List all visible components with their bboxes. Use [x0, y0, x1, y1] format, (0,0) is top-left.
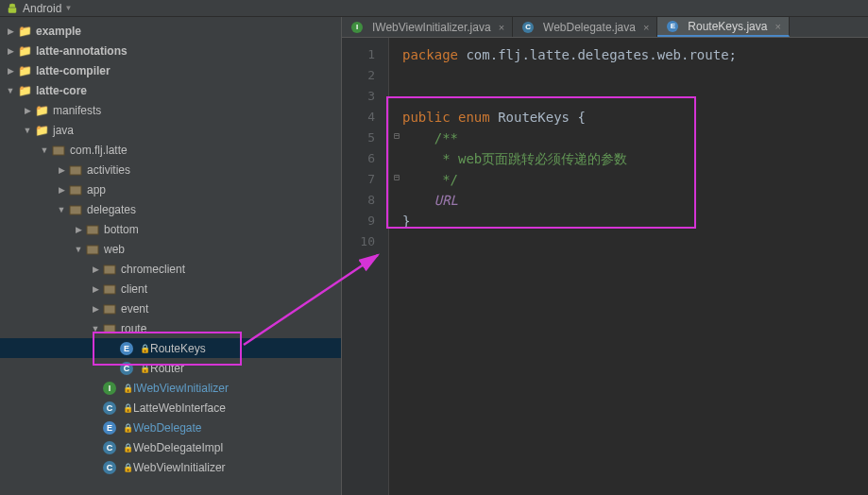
expand-arrow-icon[interactable]: ▶: [91, 265, 100, 274]
expand-arrow-icon[interactable]: ▶: [57, 165, 66, 175]
tree-item-routekeys[interactable]: ▶ E🔒 RouteKeys: [0, 338, 341, 358]
close-icon[interactable]: ×: [774, 21, 780, 32]
svg-rect-1: [70, 166, 81, 175]
line-number: 8: [342, 193, 388, 213]
tree-label: bottom: [104, 223, 139, 236]
tree-label: route: [121, 322, 146, 335]
chevron-down-icon: ▼: [64, 4, 72, 12]
package-icon: [102, 282, 117, 297]
package-icon: [102, 262, 117, 277]
line-number: 10: [342, 234, 388, 255]
tree-label: WebDelegateImpl: [133, 441, 223, 454]
tab-routekeys[interactable]: E RouteKeys.java ×: [657, 17, 789, 37]
code-token: */: [434, 172, 458, 187]
collapse-arrow-icon[interactable]: ▼: [74, 245, 83, 254]
collapse-arrow-icon[interactable]: ▼: [91, 324, 100, 333]
collapse-arrow-icon[interactable]: ▼: [23, 126, 32, 135]
expand-arrow-icon[interactable]: ▶: [57, 185, 66, 195]
code-token: package: [402, 47, 466, 62]
expand-arrow-icon[interactable]: ▶: [6, 46, 15, 56]
expand-arrow-icon[interactable]: ▶: [6, 66, 15, 76]
tree-item-router[interactable]: ▶ C🔒 Router: [0, 358, 341, 378]
tree-label: manifests: [53, 104, 101, 117]
project-tree[interactable]: ▶ 📁 example ▶ 📁 latte-annotations ▶ 📁 la…: [0, 17, 342, 495]
class-icon: C: [102, 440, 117, 455]
tree-label: example: [36, 25, 81, 38]
tree-item-event[interactable]: ▶ event: [0, 299, 341, 318]
close-icon[interactable]: ×: [643, 22, 649, 33]
lock-icon: 🔒: [123, 423, 133, 433]
package-icon: [68, 202, 83, 217]
folder-icon: 📁: [34, 123, 49, 138]
folder-icon: 📁: [17, 43, 32, 59]
tree-label: event: [121, 302, 148, 316]
tree-item-manifests[interactable]: ▶ 📁 manifests: [0, 100, 341, 120]
enum-icon: E: [665, 19, 680, 34]
tab-label: IWebViewInitializer.java: [372, 21, 491, 34]
tree-item-webviewinitializer[interactable]: ▶ C🔒 WebViewInitializer: [0, 457, 341, 477]
expand-arrow-icon[interactable]: ▶: [91, 304, 100, 314]
tree-item-web[interactable]: ▼ web: [0, 239, 341, 259]
code-token: RouteKeys {: [498, 110, 586, 125]
code-token: /**: [434, 130, 458, 145]
tree-item-activities[interactable]: ▶ activities: [0, 160, 341, 179]
tree-item-webdelegate[interactable]: ▶ E🔒 WebDelegate: [0, 418, 341, 437]
tree-label: latte-annotations: [36, 44, 128, 58]
tree-label: WebViewInitializer: [133, 461, 226, 474]
collapse-arrow-icon[interactable]: ▼: [6, 86, 15, 95]
package-icon: [68, 162, 83, 178]
svg-rect-5: [87, 246, 98, 254]
package-icon: [102, 301, 117, 316]
tree-label: chromeclient: [121, 263, 185, 276]
line-number: 4: [342, 110, 388, 130]
lock-icon: 🔒: [123, 384, 133, 393]
tree-item-app[interactable]: ▶ app: [0, 179, 341, 199]
line-number: 5: [342, 130, 388, 151]
tree-item-latte-compiler[interactable]: ▶ 📁 latte-compiler: [0, 60, 341, 80]
svg-rect-4: [87, 226, 98, 234]
tree-item-route[interactable]: ▼ route: [0, 318, 341, 338]
lock-icon: 🔒: [140, 344, 150, 353]
tree-label: Router: [150, 362, 184, 375]
tree-label: RouteKeys: [150, 342, 206, 355]
tree-item-iwebviewinitializer[interactable]: ▶ I🔒 IWebViewInitializer: [0, 378, 341, 398]
class-icon: C: [102, 460, 117, 475]
tree-item-client[interactable]: ▶ client: [0, 279, 341, 299]
folder-icon: 📁: [17, 83, 32, 98]
interface-icon: I: [349, 20, 365, 35]
class-icon: C: [119, 361, 134, 376]
tree-item-lattewebinterface[interactable]: ▶ C🔒 LatteWebInterface: [0, 398, 341, 418]
tree-item-latte-annotations[interactable]: ▶ 📁 latte-annotations: [0, 41, 341, 60]
tab-iwebviewinitializer[interactable]: I IWebViewInitializer.java ×: [342, 17, 513, 37]
tree-item-bottom[interactable]: ▶ bottom: [0, 219, 341, 239]
tree-item-webdelegateimpl[interactable]: ▶ C🔒 WebDelegateImpl: [0, 437, 341, 457]
package-icon: [85, 242, 100, 257]
line-number: 1: [342, 47, 388, 68]
fold-icon[interactable]: ⊟: [394, 172, 400, 182]
tree-item-latte-core[interactable]: ▼ 📁 latte-core: [0, 80, 341, 100]
fold-icon[interactable]: ⊟: [394, 130, 400, 141]
collapse-arrow-icon[interactable]: ▼: [40, 145, 49, 155]
tree-item-chromeclient[interactable]: ▶ chromeclient: [0, 259, 341, 279]
code-editor[interactable]: package com.flj.latte.delegates.web.rout…: [389, 38, 868, 495]
lock-icon: 🔒: [140, 364, 150, 373]
view-mode-dropdown[interactable]: Android ▼: [23, 2, 72, 15]
expand-arrow-icon[interactable]: ▶: [23, 106, 32, 115]
code-token: URL: [434, 193, 458, 208]
tree-item-pkg[interactable]: ▼ com.flj.latte: [0, 140, 341, 160]
editor-tabs: I IWebViewInitializer.java × C WebDelega…: [342, 17, 868, 38]
code-token: com.flj.latte.delegates.web.route;: [466, 47, 737, 62]
expand-arrow-icon[interactable]: ▶: [91, 284, 100, 294]
lock-icon: 🔒: [123, 443, 133, 452]
android-icon: [6, 2, 19, 15]
tree-item-delegates[interactable]: ▼ delegates: [0, 199, 341, 219]
tree-item-example[interactable]: ▶ 📁 example: [0, 21, 341, 41]
collapse-arrow-icon[interactable]: ▼: [57, 205, 66, 214]
expand-arrow-icon[interactable]: ▶: [6, 26, 15, 36]
tab-webdelegate[interactable]: C WebDelegate.java ×: [513, 17, 657, 37]
expand-arrow-icon[interactable]: ▶: [74, 225, 83, 234]
close-icon[interactable]: ×: [499, 22, 504, 33]
tree-item-java[interactable]: ▼ 📁 java: [0, 120, 341, 140]
tree-label: latte-compiler: [36, 64, 111, 77]
gutter: 1 2 3 4 5 6 7 8 9 10: [342, 38, 389, 495]
